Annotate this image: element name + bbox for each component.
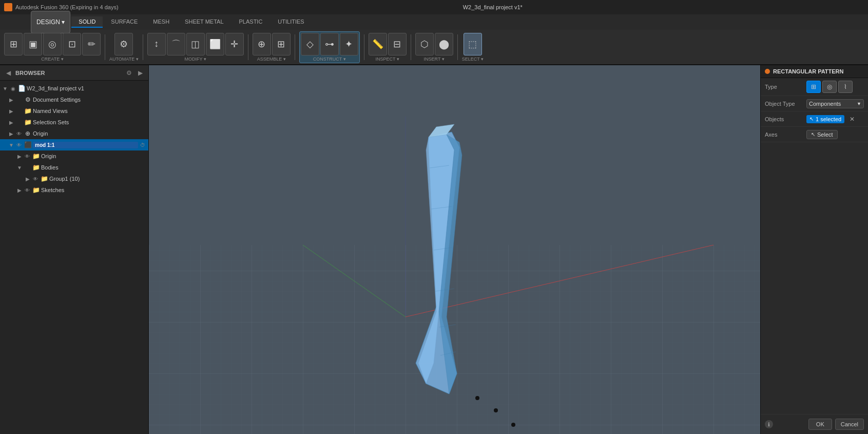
vis-icon-group1[interactable]: 👁 (32, 175, 39, 182)
tree-item-origin[interactable]: ▶ 👁 ⊕ Origin (0, 128, 148, 139)
select-label[interactable]: SELECT ▾ (462, 56, 484, 62)
tab-surface[interactable]: SURFACE (104, 16, 145, 28)
tab-plastic[interactable]: PLASTIC (232, 16, 270, 28)
tree-arrow-mod-origin: ▶ (16, 154, 23, 159)
browser-expand-icon[interactable]: ▶ (136, 69, 144, 77)
tree-item-bodies[interactable]: ▼ 📁 Bodies (0, 162, 148, 173)
tab-utilities[interactable]: UTILITIES (271, 16, 311, 28)
joint-btn[interactable]: ⊕ (253, 33, 271, 55)
tree-label-mod: mod 1:1 (33, 142, 138, 148)
viewport-grid (149, 65, 760, 434)
bodies-folder-icon: 📁 (32, 163, 40, 172)
panel-dot (765, 69, 770, 74)
tree-item-mod[interactable]: ▼ 👁 ⬛ mod 1:1 ⏱ (0, 139, 148, 150)
chamfer-btn[interactable]: ◫ (186, 33, 205, 55)
group1-folder-icon: 📁 (40, 175, 48, 183)
construct-label[interactable]: CONSTRUCT ▾ (313, 56, 346, 62)
revolve-btn[interactable]: ◎ (43, 33, 62, 55)
browser-tree: ▼ ◉ 📄 W2_3d_final project v1 ▶ ⚙ Documen… (0, 81, 148, 434)
objects-row: Objects ↖ 1 selected ✕ (761, 111, 868, 127)
vis-icon-bodies[interactable] (24, 164, 31, 171)
tree-item-named-views[interactable]: ▶ 📁 Named Views (0, 105, 148, 117)
sketch-icon: ✏ (88, 39, 95, 50)
tree-arrow-sketches: ▶ (16, 187, 23, 193)
automate-group: ⚙ AUTOMATE ▾ (109, 33, 139, 62)
objects-clear-icon[interactable]: ✕ (850, 116, 855, 123)
select-btn[interactable]: ⬚ (464, 33, 482, 55)
panel-spacer (761, 142, 868, 414)
design-label: DESIGN ▾ (36, 18, 65, 26)
tab-mesh[interactable]: MESH (146, 16, 177, 28)
extrude-btn[interactable]: ▣ (24, 33, 42, 55)
vis-icon-selection-sets[interactable] (15, 119, 23, 126)
fillet-btn[interactable]: ⌒ (167, 33, 185, 55)
tab-sheet-metal[interactable]: SHEET METAL (178, 16, 230, 28)
measure-btn[interactable]: 📏 (369, 33, 387, 55)
ok-button[interactable]: OK (808, 419, 832, 430)
revolve-icon: ◎ (48, 39, 56, 50)
shell-btn[interactable]: ⬜ (206, 33, 224, 55)
type-btn-path[interactable]: ⌇ (838, 81, 853, 93)
axis-btn[interactable]: ⊶ (320, 33, 339, 55)
assemble-label[interactable]: ASSEMBLE ▾ (257, 56, 286, 62)
joint-icon: ⊕ (258, 39, 265, 50)
tab-solid[interactable]: SOLID (71, 16, 103, 28)
tree-label-sketches: Sketches (41, 187, 146, 193)
point-btn[interactable]: ✦ (340, 33, 358, 55)
automate-label[interactable]: AUTOMATE ▾ (109, 56, 139, 62)
info-icon[interactable]: ℹ (765, 420, 773, 428)
vis-icon-mod[interactable]: 👁 (15, 141, 23, 148)
objects-selected-badge[interactable]: ↖ 1 selected (806, 115, 844, 123)
inspect-label[interactable]: INSPECT ▾ (376, 56, 399, 62)
tree-item-sketches[interactable]: ▶ 👁 📁 Sketches (0, 184, 148, 196)
axes-select-btn[interactable]: ↖ Select (806, 130, 838, 139)
type-btn-circular[interactable]: ◎ (822, 81, 837, 93)
tree-item-group1[interactable]: ▶ 👁 📁 Group1 (10) (0, 173, 148, 184)
tree-item-selection-sets[interactable]: ▶ 📁 Selection Sets (0, 117, 148, 128)
selection-sets-folder-icon: 📁 (24, 118, 32, 126)
create-group: ⊞ ▣ ◎ ⊡ ✏ CREATE ▾ (4, 33, 101, 62)
browser-settings-icon[interactable]: ⚙ (125, 69, 133, 77)
type-btn-rect-components[interactable]: ⊞ (806, 81, 821, 93)
plane-btn[interactable]: ◇ (301, 33, 319, 55)
tree-item-mod-origin[interactable]: ▶ 👁 📁 Origin (0, 150, 148, 162)
construct-group: ◇ ⊶ ✦ CONSTRUCT ▾ (299, 31, 360, 63)
plane-icon: ◇ (306, 39, 314, 50)
new-component-btn[interactable]: ⊞ (4, 33, 23, 55)
vis-icon-named-views[interactable] (15, 107, 23, 115)
vis-icon-doc-settings[interactable] (15, 96, 23, 103)
extrude-icon: ▣ (29, 39, 37, 50)
rigid-group-btn[interactable]: ⊞ (272, 33, 291, 55)
point3 (511, 423, 515, 427)
browser-collapse-icon[interactable]: ◀ (4, 69, 12, 77)
vis-icon-mod-origin[interactable]: 👁 (24, 153, 31, 160)
tree-item-doc-settings[interactable]: ▶ ⚙ Document Settings (0, 94, 148, 105)
vis-icon-sketches[interactable]: 👁 (24, 186, 31, 194)
press-pull-icon: ↕ (154, 39, 159, 49)
sketch-btn[interactable]: ✏ (82, 33, 101, 55)
tree-item-project[interactable]: ▼ ◉ 📄 W2_3d_final project v1 (0, 83, 148, 94)
insert-svg-btn[interactable]: ⬤ (435, 33, 453, 55)
sweep-icon: ⊡ (68, 39, 76, 50)
mod-origin-folder-icon: 📁 (32, 152, 40, 160)
modify-label[interactable]: MODIFY ▾ (185, 56, 206, 62)
fillet-icon: ⌒ (171, 38, 181, 50)
automate-btn[interactable]: ⚙ (114, 33, 133, 55)
axis-icon: ⊶ (325, 39, 334, 50)
create-label[interactable]: CREATE ▾ (41, 56, 63, 62)
move-btn[interactable]: ✛ (225, 33, 244, 55)
design-button[interactable]: DESIGN ▾ (31, 11, 70, 33)
sweep-btn[interactable]: ⊡ (63, 33, 81, 55)
press-pull-btn[interactable]: ↕ (147, 33, 166, 55)
canvas[interactable] (149, 65, 760, 434)
vis-icon-origin[interactable]: 👁 (15, 130, 23, 137)
main-layout: ◀ BROWSER ⚙ ▶ ▼ ◉ 📄 W2_3d_final project … (0, 65, 868, 434)
vis-icon-project[interactable]: ◉ (9, 85, 16, 92)
insert-label[interactable]: INSERT ▾ (424, 56, 445, 62)
insert-mesh-btn[interactable]: ⬡ (415, 33, 434, 55)
cancel-button[interactable]: Cancel (835, 419, 864, 430)
section-analysis-btn[interactable]: ⊟ (388, 33, 407, 55)
sep1 (105, 34, 105, 60)
object-type-select[interactable]: Components ▼ (806, 99, 864, 108)
type-label: Type (765, 84, 803, 90)
